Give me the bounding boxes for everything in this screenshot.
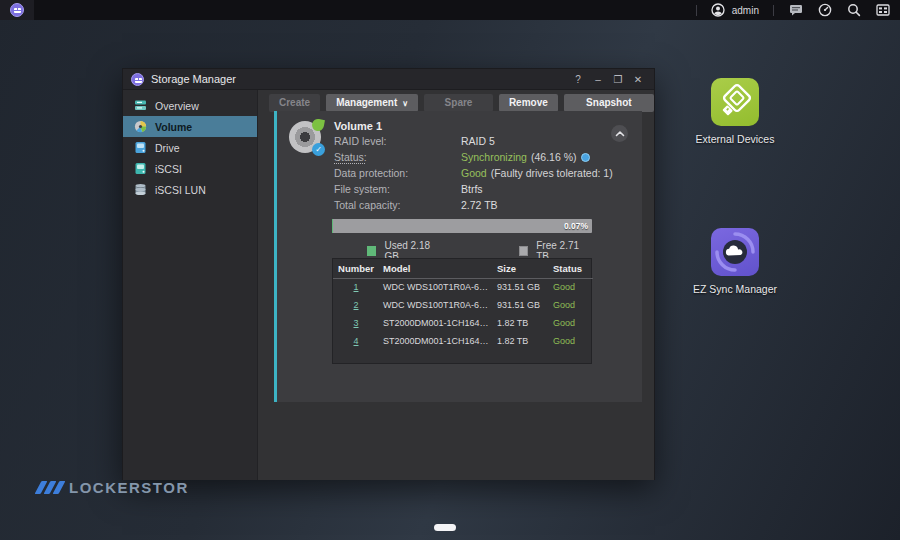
drive-size: 1.82 TB [493, 332, 549, 350]
spare-drive-button[interactable]: Spare Drive [424, 94, 493, 112]
lockerstor-logo: LOCKERSTOR [38, 479, 189, 496]
external-devices-icon [711, 78, 759, 126]
brand-name: LOCKERSTOR [69, 479, 189, 496]
sidebar-item-overview[interactable]: Overview [123, 95, 257, 116]
used-percent-label: 0.07% [564, 219, 588, 233]
sidebar-item-label: Overview [155, 100, 199, 112]
drive-status: Good [549, 278, 593, 296]
used-swatch [367, 246, 376, 256]
widgets-icon[interactable] [875, 3, 890, 18]
iscsi-lun-icon [133, 183, 147, 197]
drive-model: ST2000DM001-1CH164 (S/N: W1... [379, 314, 493, 332]
remove-button[interactable]: Remove [499, 94, 558, 112]
drive-size: 931.51 GB [493, 278, 549, 296]
app-launcher-button[interactable] [0, 0, 34, 20]
chevron-down-icon: ∨ [402, 99, 408, 108]
field-total-capacity: Total capacity: 2.72 TB [334, 197, 624, 213]
sidebar-item-label: iSCSI [155, 163, 182, 175]
sidebar-item-drive[interactable]: Drive [123, 137, 257, 158]
minimize-button[interactable]: – [590, 72, 606, 87]
col-number: Number [333, 259, 379, 278]
volume-title: Volume 1 [334, 120, 382, 132]
table-row[interactable]: 1 WDC WDS100T1R0A-68A4W0 (S... 931.51 GB… [333, 278, 593, 296]
field-label: Status: [334, 151, 461, 163]
taskbar-divider [773, 5, 774, 16]
drive-number-link[interactable]: 1 [353, 282, 358, 292]
avatar-icon [711, 3, 726, 18]
management-button[interactable]: Management∨ [326, 94, 418, 112]
volume-toolbar: Create Management∨ Spare Drive Remove Sn… [258, 90, 654, 113]
taskbar-app-indicator[interactable] [434, 524, 456, 531]
field-value: Btrfs [461, 183, 483, 195]
desktop: admin External [0, 0, 900, 540]
desktop-icon-external-devices[interactable]: External Devices [687, 78, 783, 145]
drive-model: WDC WDS100T1R0A-68A4W0 (S... [379, 278, 493, 296]
field-value: 2.72 TB [461, 199, 498, 211]
brand-slashes-icon [38, 481, 62, 494]
drive-icon [133, 141, 147, 155]
drive-size: 931.51 GB [493, 296, 549, 314]
close-button[interactable]: ✕ [630, 72, 646, 87]
drive-status: Good [549, 332, 593, 350]
check-badge-icon: ✓ [312, 143, 325, 156]
help-button[interactable]: ? [570, 72, 586, 87]
table-row[interactable]: 4 ST2000DM001-1CH164 (S/N: W1... 1.82 TB… [333, 332, 593, 350]
drive-model: WDC WDS100T1R0A-68A4W0 (S... [379, 296, 493, 314]
col-size: Size [493, 259, 549, 278]
capacity-usage-bar: 0.07% [332, 219, 592, 233]
drive-number-link[interactable]: 4 [353, 336, 358, 346]
ez-sync-manager-icon [711, 228, 759, 276]
drive-status: Good [549, 296, 593, 314]
field-value: RAID 5 [461, 135, 495, 147]
table-row[interactable]: 3 ST2000DM001-1CH164 (S/N: W1... 1.82 TB… [333, 314, 593, 332]
volume-panel: ✓ Volume 1 RAID level: RAID 5 Status: [274, 111, 642, 402]
table-row[interactable]: 2 WDC WDS100T1R0A-68A4W0 (S... 931.51 GB… [333, 296, 593, 314]
create-button[interactable]: Create [269, 94, 320, 112]
free-swatch [519, 246, 529, 256]
snapshot-center-button[interactable]: Snapshot Center [564, 94, 654, 112]
drive-number-link[interactable]: 2 [353, 300, 358, 310]
search-icon[interactable] [846, 3, 861, 18]
drive-table: Number Model Size Status 1 WDC WDS100T1R… [332, 258, 592, 364]
username-label: admin [732, 5, 759, 16]
sidebar-item-iscsi-lun[interactable]: iSCSI LUN [123, 179, 257, 200]
field-label: Total capacity: [334, 199, 461, 211]
sync-progress-icon [581, 153, 590, 162]
field-label: Data protection: [334, 167, 461, 179]
storage-manager-sidebar: Overview Volume Drive [123, 90, 258, 480]
volume-icon [133, 120, 147, 134]
field-label: RAID level: [334, 135, 461, 147]
notifications-icon[interactable] [788, 3, 803, 18]
drive-model: ST2000DM001-1CH164 (S/N: W1... [379, 332, 493, 350]
desktop-icon-label: External Devices [687, 133, 783, 145]
sidebar-item-label: Volume [155, 121, 192, 133]
protection-detail: (Faulty drives tolerated: 1) [491, 167, 613, 179]
field-file-system: File system: Btrfs [334, 181, 624, 197]
window-titlebar[interactable]: Storage Manager ? – ❐ ✕ [123, 69, 654, 90]
table-header-row: Number Model Size Status [333, 259, 593, 278]
volume-page: Create Management∨ Spare Drive Remove Sn… [258, 90, 654, 480]
asustor-logo-icon [10, 3, 24, 17]
storage-manager-app-icon [131, 73, 144, 86]
volume-fields: RAID level: RAID 5 Status: Synchronizing… [334, 133, 624, 213]
col-status: Status [549, 259, 593, 278]
resource-monitor-icon[interactable] [817, 3, 832, 18]
sidebar-item-iscsi[interactable]: iSCSI [123, 158, 257, 179]
col-model: Model [379, 259, 493, 278]
maximize-button[interactable]: ❐ [610, 72, 626, 87]
field-status: Status: Synchronizing (46.16 %) [334, 149, 624, 165]
sidebar-item-volume[interactable]: Volume [123, 116, 257, 137]
window-title: Storage Manager [151, 73, 236, 85]
desktop-icon-ez-sync-manager[interactable]: EZ Sync Manager [687, 228, 783, 295]
status-value: Synchronizing [461, 151, 527, 163]
protection-value: Good [461, 167, 487, 179]
desktop-icon-label: EZ Sync Manager [687, 283, 783, 295]
user-menu[interactable]: admin [711, 3, 759, 18]
sidebar-item-label: Drive [155, 142, 180, 154]
drive-number-link[interactable]: 3 [353, 318, 358, 328]
used-segment [332, 219, 333, 233]
status-percent: (46.16 %) [531, 151, 577, 163]
sidebar-item-label: iSCSI LUN [155, 184, 206, 196]
drive-status: Good [549, 314, 593, 332]
iscsi-icon [133, 162, 147, 176]
